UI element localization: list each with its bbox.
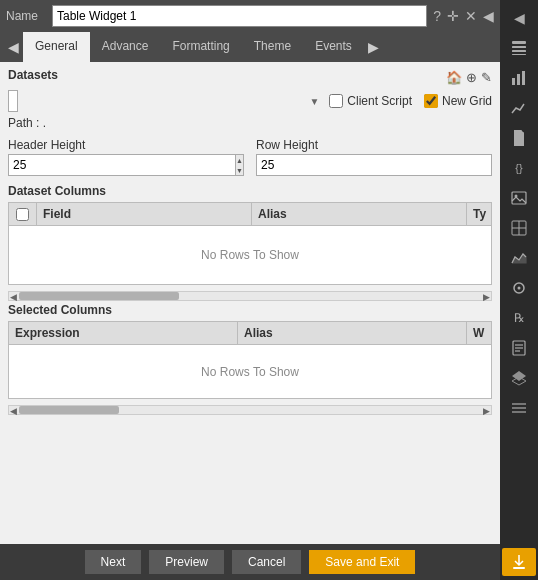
svg-rect-23 — [513, 567, 525, 569]
selected-columns-header: Expression Alias W — [8, 321, 492, 344]
header-height-spinner: ▲ ▼ — [235, 155, 243, 175]
header-height-input[interactable] — [9, 155, 235, 175]
field-header: Field — [37, 203, 252, 225]
sidebar-grid-icon[interactable] — [502, 214, 536, 242]
sidebar-code-icon[interactable]: {} — [502, 154, 536, 182]
sidebar-image-icon[interactable] — [502, 184, 536, 212]
sidebar-list-icon[interactable] — [502, 394, 536, 422]
svg-rect-0 — [512, 41, 526, 44]
header-height-label: Header Height — [8, 138, 244, 152]
dataset-columns-label: Dataset Columns — [8, 184, 492, 198]
selected-columns-section: Selected Columns Expression Alias W No R… — [8, 303, 492, 399]
height-row: Header Height ▲ ▼ Row Height — [8, 138, 492, 176]
expression-header: Expression — [9, 322, 238, 344]
client-script-label: Client Script — [347, 94, 412, 108]
svg-rect-7 — [512, 192, 526, 204]
edit-dataset-icon[interactable]: ✎ — [481, 70, 492, 85]
path-label: Path : — [8, 116, 39, 130]
sidebar-collapse-icon[interactable]: ◀ — [502, 4, 536, 32]
tab-next-button[interactable]: ▶ — [364, 39, 383, 55]
type-header: Ty — [467, 203, 491, 225]
checkbox-row: Client Script New Grid — [329, 94, 492, 108]
select-all-checkbox[interactable] — [16, 208, 29, 221]
sidebar-layers-icon[interactable] — [502, 364, 536, 392]
tab-prev-button[interactable]: ◀ — [4, 39, 23, 55]
scroll-left-arrow[interactable]: ◀ — [10, 292, 17, 302]
add-dataset-icon[interactable]: ⊕ — [466, 70, 477, 85]
sidebar-table-icon[interactable] — [502, 34, 536, 62]
datasets-icons: 🏠 ⊕ ✎ — [446, 70, 492, 85]
content-area: Datasets 🏠 ⊕ ✎ ▼ Client Script — [0, 62, 500, 544]
sidebar-rx-icon[interactable]: ℞ — [502, 304, 536, 332]
save-exit-button[interactable]: Save and Exit — [309, 550, 415, 574]
cancel-button[interactable]: Cancel — [232, 550, 301, 574]
dataset-columns-body: No Rows To Show — [8, 225, 492, 285]
sidebar-component-icon[interactable] — [502, 274, 536, 302]
header-height-down[interactable]: ▼ — [236, 165, 243, 175]
selected-scroll-thumb — [19, 406, 119, 414]
dataset-select-wrapper: ▼ — [8, 90, 323, 112]
select-arrow-icon: ▼ — [309, 96, 319, 107]
help-icon[interactable]: ? — [433, 8, 441, 24]
selected-scroll-left-arrow[interactable]: ◀ — [10, 406, 17, 416]
width-header: W — [467, 322, 491, 344]
selected-no-rows: No Rows To Show — [201, 365, 299, 379]
tab-events[interactable]: Events — [303, 32, 364, 62]
tab-general[interactable]: General — [23, 32, 90, 62]
home-icon[interactable]: 🏠 — [446, 70, 462, 85]
row-height-field: Row Height — [256, 138, 492, 176]
next-button[interactable]: Next — [85, 550, 142, 574]
alias-header: Alias — [252, 203, 467, 225]
svg-rect-1 — [512, 46, 526, 48]
sidebar-bar-chart-icon[interactable] — [502, 64, 536, 92]
move-icon[interactable]: ✛ — [447, 8, 459, 24]
selected-columns-body: No Rows To Show — [8, 344, 492, 399]
sidebar-document-icon[interactable] — [502, 124, 536, 152]
header-height-field: Header Height ▲ ▼ — [8, 138, 244, 176]
preview-button[interactable]: Preview — [149, 550, 224, 574]
new-grid-item: New Grid — [424, 94, 492, 108]
sidebar-download-icon[interactable] — [502, 548, 536, 576]
svg-rect-5 — [517, 74, 520, 85]
name-label: Name — [6, 9, 46, 23]
sidebar-line-chart-icon[interactable] — [502, 94, 536, 122]
path-value: . — [43, 116, 46, 130]
select-row: ▼ Client Script New Grid — [8, 90, 492, 112]
tab-theme[interactable]: Theme — [242, 32, 303, 62]
client-script-checkbox[interactable] — [329, 94, 343, 108]
tab-formatting[interactable]: Formatting — [160, 32, 241, 62]
selected-columns-label: Selected Columns — [8, 303, 492, 317]
collapse-icon[interactable]: ◀ — [483, 8, 494, 24]
row-height-input[interactable] — [257, 155, 491, 175]
dataset-no-rows: No Rows To Show — [201, 248, 299, 262]
datasets-row: Datasets 🏠 ⊕ ✎ — [8, 68, 492, 86]
selected-scroll-right-arrow[interactable]: ▶ — [483, 406, 490, 416]
dataset-select[interactable] — [8, 90, 18, 112]
footer: Next Preview Cancel Save and Exit — [0, 544, 500, 580]
row-height-label: Row Height — [256, 138, 492, 152]
scroll-right-arrow[interactable]: ▶ — [483, 292, 490, 302]
close-icon[interactable]: ✕ — [465, 8, 477, 24]
dataset-scroll-thumb — [19, 292, 179, 300]
svg-rect-6 — [522, 71, 525, 85]
dataset-columns-header: Field Alias Ty — [8, 202, 492, 225]
tab-advance[interactable]: Advance — [90, 32, 161, 62]
row-height-wrap — [256, 154, 492, 176]
title-icons: ? ✛ ✕ ◀ — [433, 8, 494, 24]
header-height-up[interactable]: ▲ — [236, 155, 243, 165]
header-height-wrap: ▲ ▼ — [8, 154, 244, 176]
new-grid-label: New Grid — [442, 94, 492, 108]
path-row: Path : . — [8, 116, 492, 130]
selected-columns-scrollbar[interactable]: ◀ ▶ — [8, 405, 492, 415]
sidebar-area-chart-icon[interactable] — [502, 244, 536, 272]
new-grid-checkbox[interactable] — [424, 94, 438, 108]
datasets-label: Datasets — [8, 68, 58, 82]
dataset-col-check-header — [9, 203, 37, 225]
sidebar-file-icon[interactable] — [502, 334, 536, 362]
svg-point-13 — [518, 287, 521, 290]
dataset-columns-scrollbar[interactable]: ◀ ▶ — [8, 291, 492, 301]
svg-rect-2 — [512, 50, 526, 52]
right-sidebar: ◀ {} ℞ — [500, 0, 538, 580]
title-input[interactable] — [52, 5, 427, 27]
svg-rect-4 — [512, 78, 515, 85]
